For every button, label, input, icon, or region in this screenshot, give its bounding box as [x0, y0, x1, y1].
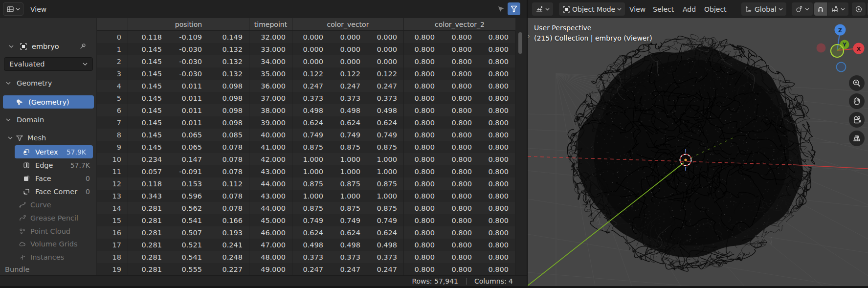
object-icon: [20, 43, 27, 50]
value-cell: 0.800: [478, 239, 515, 251]
gizmo-z-label: Z: [838, 27, 842, 34]
table-row: 20.145-0.0300.13234.0000.0000.0000.0000.…: [97, 55, 515, 67]
menu-select[interactable]: Select: [653, 0, 674, 18]
table-row: 90.1450.0650.07841.0000.8750.8750.8750.8…: [97, 141, 515, 153]
value-cell: 0.562: [168, 202, 208, 214]
table-row: 120.1180.1530.11244.0000.8750.8750.8750.…: [97, 177, 515, 190]
gizmo-x-label: X: [857, 46, 861, 52]
value-cell: 1.000: [330, 153, 367, 165]
gizmo-axis-minus-y[interactable]: [831, 44, 844, 57]
value-cell: 0.000: [330, 55, 367, 67]
value-cell: 0.800: [404, 239, 441, 251]
proportional-editing-icon: [855, 5, 863, 13]
transform-orientation-dropdown[interactable]: Global: [741, 2, 786, 16]
domain-count: 57.7K: [70, 161, 90, 169]
value-cell: 0.800: [404, 141, 441, 153]
geometry-section-header[interactable]: Geometry: [0, 77, 97, 89]
editor-type-button[interactable]: [532, 2, 553, 16]
value-cell: 0.011: [168, 92, 208, 104]
value-cell: 0.800: [478, 129, 515, 141]
table-row: 130.3430.5960.07843.0001.0001.0001.0000.…: [97, 190, 515, 202]
table-row: 00.118-0.1090.14932.0000.0000.0000.0000.…: [97, 31, 515, 43]
column-group-color-vector-2[interactable]: color_vector_2: [404, 18, 515, 30]
pointer-filter-icon[interactable]: [495, 2, 508, 15]
value-cell: 0.145: [128, 129, 168, 141]
filter-funnel-button[interactable]: [508, 2, 520, 15]
mesh-tree-item[interactable]: Mesh: [0, 132, 97, 144]
chevron-down-icon: [6, 82, 11, 85]
geometry-item[interactable]: (Geometry): [3, 95, 94, 109]
view-perspective-label: User Perspective: [534, 24, 591, 32]
viewport-canvas[interactable]: User Perspective (215) Collection | embr…: [528, 18, 868, 286]
type-item-volume-grids[interactable]: Volume Grids: [0, 238, 97, 250]
domain-item-face[interactable]: Face 0: [0, 172, 97, 185]
value-cell: 1.000: [330, 165, 367, 177]
grid-projection-icon: [852, 133, 862, 143]
orientation-label: Global: [755, 5, 777, 13]
domain-item-edge[interactable]: Edge 57.7K: [0, 159, 97, 172]
mode-dropdown[interactable]: Object Mode: [559, 2, 625, 16]
value-cell: 0.875: [367, 141, 404, 153]
view-menu[interactable]: View: [30, 0, 46, 18]
value-cell: 0.800: [404, 214, 441, 226]
value-cell: 0.343: [128, 190, 168, 202]
pin-icon[interactable]: [79, 43, 86, 50]
domain-section-header[interactable]: Domain: [0, 113, 97, 126]
row-index-cell: 19: [97, 263, 128, 275]
type-item-point-cloud[interactable]: Point Cloud: [0, 225, 97, 238]
zoom-button[interactable]: [849, 75, 865, 91]
toggle-projection-button[interactable]: [849, 131, 865, 146]
domain-count: 57.9K: [67, 148, 86, 156]
menu-view[interactable]: View: [629, 0, 645, 18]
curve-icon: [19, 201, 26, 209]
pivot-point-dropdown[interactable]: [792, 2, 813, 16]
value-cell: 1.000: [367, 190, 404, 202]
column-group-timepoint[interactable]: timepoint: [249, 18, 292, 30]
type-item-curve[interactable]: Curve: [0, 199, 97, 211]
value-cell: 0.749: [330, 129, 367, 141]
evaluation-state-dropdown[interactable]: Evaluated: [4, 57, 93, 71]
value-cell: 0.624: [367, 116, 404, 129]
row-index-cell: 6: [97, 104, 128, 116]
menu-object[interactable]: Object: [704, 0, 727, 18]
value-cell: 0.078: [208, 141, 249, 153]
value-cell: 0.800: [478, 153, 515, 165]
type-item-grease-pencil[interactable]: Grease Pencil: [0, 212, 97, 224]
domain-item-vertex[interactable]: Vertex 57.9K: [15, 145, 93, 158]
scrollbar-thumb[interactable]: [518, 32, 522, 54]
table-row: 40.1450.0110.09836.0000.2470.2470.2470.8…: [97, 80, 515, 92]
proportional-editing-button[interactable]: [852, 2, 866, 16]
object-row[interactable]: embryo: [0, 40, 97, 53]
snap-settings-dropdown[interactable]: [827, 2, 848, 16]
row-index-cell: 14: [97, 202, 128, 214]
gizmo-axis-minus-x[interactable]: [817, 44, 826, 53]
value-cell: 0.234: [128, 153, 168, 165]
menu-add[interactable]: Add: [683, 0, 696, 18]
table-body[interactable]: 00.118-0.1090.14932.0000.0000.0000.0000.…: [97, 31, 515, 275]
value-cell: 0.624: [292, 116, 330, 129]
column-group-color-vector[interactable]: color_vector: [292, 18, 404, 30]
snap-toggle-button[interactable]: [814, 2, 827, 16]
domain-item-face-corner[interactable]: Face Corner 0: [0, 185, 97, 198]
type-item-instances[interactable]: Instances: [0, 251, 97, 264]
value-cell: 0.118: [128, 177, 168, 190]
gizmo-axis-minus-z[interactable]: [837, 63, 846, 72]
row-index-cell: 18: [97, 251, 128, 263]
bundle-section-label[interactable]: Bundle: [0, 263, 97, 276]
region-toggle-chevron[interactable]: ›: [528, 32, 530, 41]
value-cell: 0.800: [478, 177, 515, 190]
orientation-global-icon: [745, 5, 753, 13]
column-group-position[interactable]: position: [128, 18, 249, 30]
navigation-gizmo[interactable]: Y Z X: [814, 24, 865, 75]
camera-view-button[interactable]: [849, 112, 865, 128]
value-cell: 0.800: [404, 165, 441, 177]
value-cell: 0.800: [478, 214, 515, 226]
value-cell: -0.030: [168, 67, 208, 80]
editor-type-button[interactable]: [3, 2, 23, 16]
value-cell: 0.065: [168, 129, 208, 141]
value-cell: 0.281: [128, 214, 168, 226]
chevron-down-icon: [841, 8, 845, 11]
snap-increment-icon: [831, 5, 839, 13]
table-row: 150.2810.5410.16645.0000.7490.7490.7490.…: [97, 214, 515, 226]
pan-button[interactable]: [849, 93, 865, 109]
